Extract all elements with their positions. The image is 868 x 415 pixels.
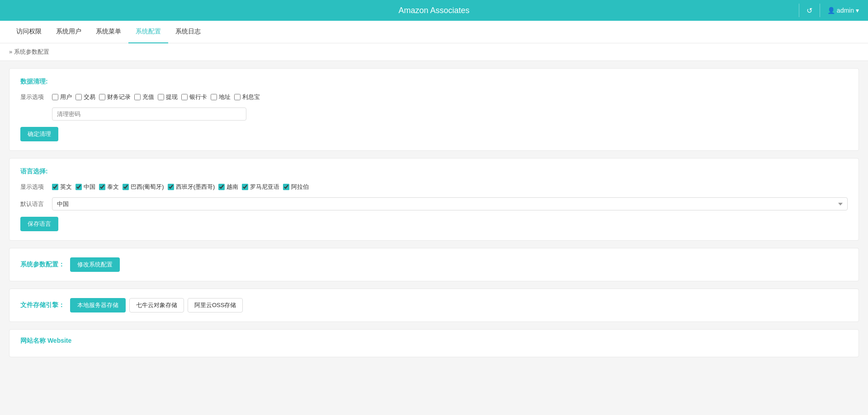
checkbox-withdraw-label: 提现 xyxy=(166,93,178,101)
data-clean-title: 数据清理: xyxy=(20,78,848,86)
confirm-clean-button[interactable]: 确定清理 xyxy=(20,127,58,141)
checkbox-romanian-input[interactable] xyxy=(242,184,248,190)
header: Amazon Associates ↺ 👤 admin ▾ xyxy=(0,0,868,21)
file-storage-row: 文件存储引擎： 本地服务器存储 七牛云对象存储 阿里云OSS存储 xyxy=(20,298,848,312)
breadcrumb-text: 系统参数配置 xyxy=(14,48,49,55)
checkbox-recharge[interactable]: 充值 xyxy=(134,93,154,101)
nav-item-config[interactable]: 系统配置 xyxy=(128,21,168,43)
storage-local-button[interactable]: 本地服务器存储 xyxy=(70,298,126,312)
system-params-row: 系统参数配置： 修改系统配置 xyxy=(20,257,848,272)
language-card: 语言选择: 显示选项 英文 中国 泰文 巴西(葡萄牙) xyxy=(9,158,859,241)
checkbox-vietnam-label: 越南 xyxy=(226,183,238,191)
data-clean-checkboxes-row: 显示选项 用户 交易 财务记录 充值 xyxy=(20,93,848,101)
file-storage-card: 文件存储引擎： 本地服务器存储 七牛云对象存储 阿里云OSS存储 xyxy=(9,289,859,322)
save-language-button[interactable]: 保存语言 xyxy=(20,217,58,231)
checkbox-thai[interactable]: 泰文 xyxy=(99,183,119,191)
default-language-select[interactable]: 中国 英文 泰文 巴西(葡萄牙) 西班牙(墨西哥) 越南 罗马尼亚语 阿拉伯 xyxy=(52,197,848,210)
content-area: 数据清理: 显示选项 用户 交易 财务记录 充值 xyxy=(0,61,868,372)
checkbox-bankcard-label: 银行卡 xyxy=(189,93,207,101)
user-menu[interactable]: 👤 admin ▾ xyxy=(827,7,859,14)
header-right: ↺ 👤 admin ▾ xyxy=(799,4,859,17)
checkbox-recharge-input[interactable] xyxy=(134,94,141,100)
checkbox-withdraw[interactable]: 提现 xyxy=(158,93,178,101)
checkbox-chinese[interactable]: 中国 xyxy=(75,183,95,191)
storage-buttons: 本地服务器存储 七牛云对象存储 阿里云OSS存储 xyxy=(70,298,243,312)
checkbox-romanian[interactable]: 罗马尼亚语 xyxy=(242,183,279,191)
storage-aliyun-button[interactable]: 阿里云OSS存储 xyxy=(188,298,243,312)
checkbox-address-label: 地址 xyxy=(219,93,231,101)
header-divider-2 xyxy=(820,4,820,17)
checkbox-spanish[interactable]: 西班牙(墨西哥) xyxy=(168,183,215,191)
checkbox-lixibao-input[interactable] xyxy=(234,94,241,100)
breadcrumb-separator: » xyxy=(9,48,12,55)
language-title: 语言选择: xyxy=(20,168,848,176)
clean-password-input[interactable] xyxy=(52,107,246,121)
checkbox-transaction[interactable]: 交易 xyxy=(75,93,95,101)
storage-qiniu-button[interactable]: 七牛云对象存储 xyxy=(129,298,184,312)
checkbox-chinese-label: 中国 xyxy=(84,183,95,191)
website-card: 网站名称 Website xyxy=(9,329,859,357)
header-title: Amazon Associates xyxy=(398,6,469,15)
checkbox-user-input[interactable] xyxy=(52,94,58,100)
checkbox-bankcard[interactable]: 银行卡 xyxy=(181,93,207,101)
checkbox-english[interactable]: 英文 xyxy=(52,183,72,191)
checkbox-brazil-label: 巴西(葡萄牙) xyxy=(131,183,164,191)
checkbox-chinese-input[interactable] xyxy=(75,184,82,190)
checkbox-recharge-label: 充值 xyxy=(142,93,154,101)
checkbox-english-input[interactable] xyxy=(52,184,58,190)
checkbox-thai-input[interactable] xyxy=(99,184,105,190)
checkbox-bankcard-input[interactable] xyxy=(181,94,188,100)
checkbox-lixibao[interactable]: 利息宝 xyxy=(234,93,260,101)
default-language-row: 默认语言 中国 英文 泰文 巴西(葡萄牙) 西班牙(墨西哥) 越南 罗马尼亚语 … xyxy=(20,197,848,210)
checkbox-withdraw-input[interactable] xyxy=(158,94,164,100)
checkbox-vietnam-input[interactable] xyxy=(218,184,225,190)
data-clean-checkboxes: 用户 交易 财务记录 充值 提现 xyxy=(52,93,260,101)
nav-item-menu[interactable]: 系统菜单 xyxy=(89,21,128,43)
user-icon: 👤 xyxy=(827,7,835,14)
checkbox-brazil-input[interactable] xyxy=(123,184,129,190)
nav-item-log[interactable]: 系统日志 xyxy=(168,21,208,43)
checkbox-spanish-input[interactable] xyxy=(168,184,174,190)
username-label: admin xyxy=(837,7,854,14)
nav-item-users[interactable]: 系统用户 xyxy=(49,21,89,43)
modify-system-config-button[interactable]: 修改系统配置 xyxy=(70,257,120,272)
checkbox-arabic-label: 阿拉伯 xyxy=(291,183,309,191)
checkbox-arabic[interactable]: 阿拉伯 xyxy=(283,183,309,191)
data-clean-card: 数据清理: 显示选项 用户 交易 财务记录 充值 xyxy=(9,68,859,151)
checkbox-user-label: 用户 xyxy=(60,93,72,101)
header-divider xyxy=(799,4,799,17)
checkbox-address[interactable]: 地址 xyxy=(211,93,231,101)
password-row xyxy=(20,107,848,121)
language-display-label: 显示选项 xyxy=(20,183,52,191)
checkbox-finance-label: 财务记录 xyxy=(107,93,131,101)
refresh-icon[interactable]: ↺ xyxy=(807,6,812,15)
checkbox-finance[interactable]: 财务记录 xyxy=(99,93,131,101)
language-checkboxes: 英文 中国 泰文 巴西(葡萄牙) 西班牙(墨西哥) xyxy=(52,183,309,191)
language-checkboxes-row: 显示选项 英文 中国 泰文 巴西(葡萄牙) xyxy=(20,183,848,191)
checkbox-arabic-input[interactable] xyxy=(283,184,289,190)
checkbox-transaction-label: 交易 xyxy=(84,93,95,101)
nav-item-access[interactable]: 访问权限 xyxy=(9,21,49,43)
checkbox-vietnam[interactable]: 越南 xyxy=(218,183,238,191)
system-params-card: 系统参数配置： 修改系统配置 xyxy=(9,248,859,281)
checkbox-finance-input[interactable] xyxy=(99,94,105,100)
checkbox-brazil[interactable]: 巴西(葡萄牙) xyxy=(123,183,164,191)
checkbox-user[interactable]: 用户 xyxy=(52,93,72,101)
checkbox-lixibao-label: 利息宝 xyxy=(242,93,260,101)
display-options-label: 显示选项 xyxy=(20,93,52,101)
breadcrumb: » 系统参数配置 xyxy=(0,43,868,61)
nav-bar: 访问权限 系统用户 系统菜单 系统配置 系统日志 xyxy=(0,21,868,43)
default-language-select-wrapper: 中国 英文 泰文 巴西(葡萄牙) 西班牙(墨西哥) 越南 罗马尼亚语 阿拉伯 xyxy=(52,197,848,210)
system-params-title: 系统参数配置： xyxy=(20,261,65,269)
chevron-down-icon: ▾ xyxy=(856,7,859,14)
website-title: 网站名称 Website xyxy=(20,337,848,345)
checkbox-address-input[interactable] xyxy=(211,94,217,100)
checkbox-thai-label: 泰文 xyxy=(107,183,119,191)
default-language-label: 默认语言 xyxy=(20,200,52,208)
checkbox-romanian-label: 罗马尼亚语 xyxy=(250,183,279,191)
file-storage-title: 文件存储引擎： xyxy=(20,301,65,309)
checkbox-transaction-input[interactable] xyxy=(75,94,82,100)
checkbox-spanish-label: 西班牙(墨西哥) xyxy=(176,183,215,191)
checkbox-english-label: 英文 xyxy=(60,183,72,191)
